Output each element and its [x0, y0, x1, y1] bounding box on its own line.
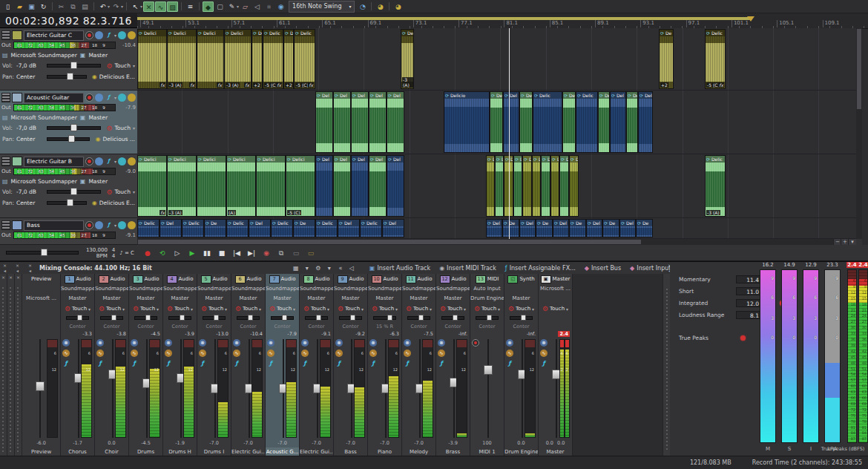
strip-routing-label[interactable]: Master — [402, 294, 435, 304]
paint-tool-icon[interactable]: ∿ — [155, 1, 166, 12]
audio-clip[interactable]: ⟳ De — [602, 219, 619, 237]
audio-clip[interactable]: ⟳ De — [536, 219, 553, 237]
chevron-down-icon[interactable]: ▾ — [133, 125, 135, 131]
audio-clip[interactable]: ⟳ D — [541, 155, 550, 217]
strip-db-value[interactable]: -7.0 — [266, 440, 299, 447]
pan-slider-handle[interactable] — [387, 315, 392, 321]
strip-routing-label[interactable]: Master — [197, 294, 231, 304]
record-button[interactable]: ● — [142, 247, 154, 259]
eq-icon[interactable]: ∿ — [267, 350, 274, 357]
audio-clip[interactable]: ⟳ Del — [382, 219, 404, 237]
loop-region-bar[interactable] — [137, 17, 751, 20]
automation-gear-icon[interactable]: ⚙ — [201, 305, 207, 312]
project-key[interactable]: ♪ = C — [119, 250, 134, 256]
audio-clip[interactable]: ⟳ Delic — [226, 219, 249, 237]
phase-invert-icon[interactable]: ⊗ — [267, 339, 274, 347]
track-name-input[interactable]: Acoustic Guitar — [24, 93, 84, 103]
mute-button[interactable] — [95, 157, 103, 165]
vertical-scroll-thumb[interactable] — [857, 29, 861, 109]
fx-chain-icon[interactable]: ƒ — [96, 360, 104, 367]
strip-routing-label[interactable]: Master — [95, 294, 128, 304]
automation-mode-label[interactable]: Touch — [345, 306, 360, 312]
phase-invert-icon[interactable]: ⊗ — [62, 339, 70, 347]
automation-gear-icon[interactable]: ⚙ — [508, 305, 514, 312]
track-header[interactable]: Electric Guitar Bƒ▾Out81726354453627189-… — [0, 154, 137, 218]
eq-icon[interactable]: ∿ — [369, 350, 377, 357]
strip-peak-value[interactable]: -9.1 — [321, 331, 331, 337]
loop-region-button[interactable]: ⧉ — [275, 247, 287, 259]
dock-control[interactable]: ×◂ — [27, 263, 33, 273]
strip-device-label[interactable]: Soundmapper — [334, 284, 367, 294]
mixer-channel-strip[interactable]: 11AudioSoundmapperMaster⚙Touch▾Center-7.… — [402, 274, 436, 456]
track-color-chip[interactable] — [12, 220, 22, 230]
automation-gear-icon[interactable]: ⚙ — [372, 305, 378, 312]
eq-icon[interactable]: ∿ — [165, 350, 172, 357]
pan-slider[interactable] — [168, 316, 191, 320]
paste-icon[interactable]: ▤ — [79, 1, 91, 12]
audio-clip[interactable]: ⟳ Delic-3 (A) — [705, 155, 726, 217]
playback-device-label[interactable]: Microsoft Soundmapper — [11, 178, 77, 185]
chevron-down-icon[interactable]: ▾ — [395, 306, 398, 312]
clip-fx-badge[interactable]: fx — [276, 82, 282, 88]
automation-mode-label[interactable]: Touch — [114, 62, 131, 69]
record-options-button[interactable]: ◉ — [260, 247, 272, 259]
strip-peak-value[interactable]: -Inf. — [527, 331, 536, 337]
chevron-down-icon[interactable]: ▾ — [430, 306, 432, 312]
fx-chain-icon[interactable]: ƒ — [335, 360, 343, 367]
strip-number-chip[interactable]: 2 — [99, 275, 109, 283]
strip-device-label[interactable]: Soundmapper — [436, 284, 470, 294]
clip-fx-badge[interactable]: fx — [160, 82, 165, 88]
chevron-down-icon[interactable]: ▾ — [259, 306, 261, 312]
copy-icon[interactable]: ⧉ — [68, 1, 79, 12]
pan-slider-handle[interactable] — [316, 315, 321, 321]
strip-db-value[interactable]: -1.7 — [61, 440, 94, 447]
audio-clip[interactable]: ⟳ Delic — [360, 219, 382, 237]
pan-slider-handle[interactable] — [248, 315, 253, 321]
volume-fader[interactable] — [36, 339, 45, 438]
auto-record-button[interactable]: ▭ — [290, 247, 302, 259]
mixer-channel-strip[interactable]: 5AudioSoundmapperMaster⚙Touch▾Center-13.… — [197, 274, 231, 456]
pan-slider-handle[interactable] — [180, 315, 185, 321]
fx-chain-icon[interactable]: ƒ — [404, 360, 411, 367]
track-name-input[interactable]: Electric Guitar C — [24, 30, 84, 41]
audio-clip[interactable]: ⟳ De — [562, 91, 576, 153]
groove-erase-icon[interactable]: ◔ — [357, 1, 368, 12]
eq-icon[interactable]: ∿ — [131, 350, 138, 357]
audio-clip[interactable]: ⟳ Del — [333, 155, 351, 217]
automation-gear-icon[interactable]: ⚙ — [106, 125, 112, 132]
automation-gear-icon[interactable]: ⚙ — [106, 62, 112, 70]
fader-handle[interactable] — [484, 365, 493, 375]
automation-gear-icon[interactable]: ⚙ — [474, 305, 480, 312]
record-arm-button[interactable] — [85, 94, 93, 102]
strip-device-label[interactable]: Soundmapper — [61, 284, 94, 294]
pause-button[interactable]: ▮▮ — [201, 247, 213, 259]
automation-gear-icon[interactable]: ⚙ — [338, 305, 343, 312]
bus-label[interactable]: Master — [88, 114, 108, 121]
audio-clip[interactable]: ⟳ Del — [553, 219, 569, 237]
chevron-down-icon[interactable]: ▾ — [225, 306, 227, 312]
pan-slider-handle[interactable] — [77, 315, 82, 321]
eq-icon[interactable]: ∿ — [199, 350, 206, 357]
strip-device-label[interactable] — [22, 284, 60, 294]
audio-clip[interactable]: ⟳ De — [626, 91, 638, 153]
monitor-audio-icon[interactable]: ◁ — [347, 265, 356, 272]
automation-gear-icon[interactable]: ⚙ — [440, 305, 446, 312]
strip-number-chip[interactable]: 5 — [201, 275, 211, 283]
timeline-track-row[interactable]: ⟳ Del⟳ Del⟳ Del⟳ Del⟳ Del⟳ Delicio⟳ De⟳ … — [137, 91, 856, 154]
chevron-down-icon[interactable]: ▾ — [157, 306, 159, 312]
pan-slider[interactable] — [476, 316, 499, 320]
audio-clip[interactable]: ⟳ Del — [369, 155, 387, 217]
volume-fader[interactable] — [484, 339, 493, 438]
phase-invert-icon[interactable] — [128, 221, 136, 229]
automation-mode-label[interactable]: Touch — [413, 306, 428, 312]
strip-device-label[interactable]: Auto Input — [470, 284, 504, 294]
volume-value[interactable]: -7,0 dB — [16, 125, 42, 131]
strip-device-label[interactable]: Soundmapper — [402, 284, 435, 294]
bus-label[interactable]: Master — [88, 178, 108, 185]
fx-chain-icon[interactable]: ƒ — [131, 360, 138, 367]
go-to-end-button[interactable]: ▶| — [246, 247, 257, 259]
volume-slider[interactable] — [47, 126, 101, 130]
chopper-tool-icon[interactable]: ◆ — [203, 1, 214, 12]
strip-number-chip[interactable]: 4 — [167, 275, 177, 283]
strip-routing-label[interactable]: Drum Engine — [470, 294, 504, 304]
